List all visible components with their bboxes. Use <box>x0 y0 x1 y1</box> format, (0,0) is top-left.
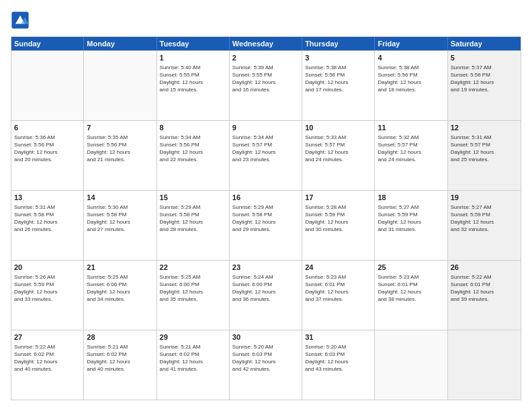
day-cell-16: 16Sunrise: 5:29 AMSunset: 5:58 PMDayligh… <box>230 191 302 260</box>
day-number: 16 <box>232 193 299 203</box>
empty-cell <box>84 51 157 120</box>
day-info: Sunrise: 5:29 AMSunset: 5:58 PMDaylight:… <box>160 203 226 234</box>
day-number: 10 <box>305 123 371 133</box>
day-number: 3 <box>305 53 371 63</box>
day-number: 27 <box>14 332 81 342</box>
day-cell-12: 12Sunrise: 5:31 AMSunset: 5:57 PMDayligh… <box>448 121 521 190</box>
day-number: 4 <box>378 53 444 63</box>
day-cell-2: 2Sunrise: 5:39 AMSunset: 5:55 PMDaylight… <box>230 51 302 120</box>
day-info: Sunrise: 5:31 AMSunset: 5:57 PMDaylight:… <box>451 134 518 164</box>
day-cell-18: 18Sunrise: 5:27 AMSunset: 5:59 PMDayligh… <box>375 191 447 260</box>
calendar: SundayMondayTuesdayWednesdayThursdayFrid… <box>11 36 521 400</box>
day-cell-31: 31Sunrise: 5:20 AMSunset: 6:03 PMDayligh… <box>302 330 375 400</box>
day-info: Sunrise: 5:33 AMSunset: 5:57 PMDaylight:… <box>305 134 371 164</box>
day-info: Sunrise: 5:23 AMSunset: 6:01 PMDaylight:… <box>378 273 444 304</box>
day-cell-10: 10Sunrise: 5:33 AMSunset: 5:57 PMDayligh… <box>302 121 375 190</box>
day-cell-26: 26Sunrise: 5:22 AMSunset: 6:01 PMDayligh… <box>448 261 521 330</box>
calendar-row-4: 27Sunrise: 5:22 AMSunset: 6:02 PMDayligh… <box>11 330 521 400</box>
day-number: 5 <box>451 53 518 63</box>
calendar-row-1: 6Sunrise: 5:36 AMSunset: 5:56 PMDaylight… <box>11 120 521 190</box>
day-info: Sunrise: 5:35 AMSunset: 5:56 PMDaylight:… <box>87 134 153 164</box>
empty-cell <box>448 330 521 400</box>
day-number: 9 <box>232 123 299 133</box>
day-info: Sunrise: 5:34 AMSunset: 5:57 PMDaylight:… <box>232 134 299 164</box>
day-cell-22: 22Sunrise: 5:25 AMSunset: 6:00 PMDayligh… <box>157 261 230 330</box>
day-number: 13 <box>14 193 81 203</box>
day-number: 8 <box>160 123 226 133</box>
empty-cell <box>11 51 84 120</box>
day-number: 12 <box>451 123 518 133</box>
day-number: 25 <box>378 263 444 273</box>
day-info: Sunrise: 5:37 AMSunset: 5:56 PMDaylight:… <box>451 64 518 94</box>
day-number: 28 <box>87 332 153 342</box>
day-info: Sunrise: 5:25 AMSunset: 6:00 PMDaylight:… <box>160 273 226 304</box>
day-number: 31 <box>305 332 371 342</box>
weekday-header-monday: Monday <box>84 37 157 50</box>
day-number: 1 <box>160 53 226 63</box>
day-cell-15: 15Sunrise: 5:29 AMSunset: 5:58 PMDayligh… <box>157 191 230 260</box>
day-info: Sunrise: 5:24 AMSunset: 6:00 PMDaylight:… <box>232 273 299 304</box>
day-info: Sunrise: 5:38 AMSunset: 5:56 PMDaylight:… <box>305 64 371 94</box>
day-info: Sunrise: 5:39 AMSunset: 5:55 PMDaylight:… <box>232 64 299 94</box>
day-cell-3: 3Sunrise: 5:38 AMSunset: 5:56 PMDaylight… <box>302 51 375 120</box>
empty-cell <box>375 330 447 400</box>
day-info: Sunrise: 5:22 AMSunset: 6:02 PMDaylight:… <box>14 343 81 373</box>
day-info: Sunrise: 5:34 AMSunset: 5:56 PMDaylight:… <box>160 134 226 164</box>
day-cell-7: 7Sunrise: 5:35 AMSunset: 5:56 PMDaylight… <box>84 121 157 190</box>
day-info: Sunrise: 5:20 AMSunset: 6:03 PMDaylight:… <box>305 343 371 373</box>
calendar-row-3: 20Sunrise: 5:26 AMSunset: 5:59 PMDayligh… <box>11 260 521 330</box>
header <box>11 11 521 30</box>
day-info: Sunrise: 5:21 AMSunset: 6:02 PMDaylight:… <box>160 343 226 373</box>
page: SundayMondayTuesdayWednesdayThursdayFrid… <box>0 0 532 411</box>
day-info: Sunrise: 5:26 AMSunset: 5:59 PMDaylight:… <box>14 273 81 304</box>
day-number: 24 <box>305 263 371 273</box>
calendar-header: SundayMondayTuesdayWednesdayThursdayFrid… <box>11 37 521 50</box>
day-number: 17 <box>305 193 371 203</box>
day-number: 19 <box>451 193 518 203</box>
day-number: 22 <box>160 263 226 273</box>
day-info: Sunrise: 5:28 AMSunset: 5:59 PMDaylight:… <box>305 203 371 234</box>
day-number: 21 <box>87 263 153 273</box>
day-number: 11 <box>378 123 444 133</box>
day-info: Sunrise: 5:23 AMSunset: 6:01 PMDaylight:… <box>305 273 371 304</box>
day-info: Sunrise: 5:29 AMSunset: 5:58 PMDaylight:… <box>232 203 299 234</box>
day-cell-21: 21Sunrise: 5:25 AMSunset: 6:00 PMDayligh… <box>84 261 157 330</box>
day-cell-19: 19Sunrise: 5:27 AMSunset: 5:59 PMDayligh… <box>448 191 521 260</box>
calendar-row-0: 1Sunrise: 5:40 AMSunset: 5:55 PMDaylight… <box>11 50 521 120</box>
day-info: Sunrise: 5:31 AMSunset: 5:58 PMDaylight:… <box>14 203 81 234</box>
day-info: Sunrise: 5:30 AMSunset: 5:58 PMDaylight:… <box>87 203 153 234</box>
day-number: 23 <box>232 263 299 273</box>
weekday-header-sunday: Sunday <box>11 37 84 50</box>
day-info: Sunrise: 5:32 AMSunset: 5:57 PMDaylight:… <box>378 134 444 164</box>
weekday-header-friday: Friday <box>375 37 447 50</box>
day-cell-8: 8Sunrise: 5:34 AMSunset: 5:56 PMDaylight… <box>157 121 230 190</box>
day-cell-24: 24Sunrise: 5:23 AMSunset: 6:01 PMDayligh… <box>302 261 375 330</box>
day-number: 20 <box>14 263 81 273</box>
day-number: 30 <box>232 332 299 342</box>
day-cell-5: 5Sunrise: 5:37 AMSunset: 5:56 PMDaylight… <box>448 51 521 120</box>
day-cell-30: 30Sunrise: 5:20 AMSunset: 6:03 PMDayligh… <box>230 330 302 400</box>
day-info: Sunrise: 5:20 AMSunset: 6:03 PMDaylight:… <box>232 343 299 373</box>
day-number: 26 <box>451 263 518 273</box>
day-number: 18 <box>378 193 444 203</box>
day-cell-4: 4Sunrise: 5:38 AMSunset: 5:56 PMDaylight… <box>375 51 447 120</box>
day-cell-28: 28Sunrise: 5:21 AMSunset: 6:02 PMDayligh… <box>84 330 157 400</box>
day-info: Sunrise: 5:22 AMSunset: 6:01 PMDaylight:… <box>451 273 518 304</box>
weekday-header-wednesday: Wednesday <box>230 37 302 50</box>
logo-icon <box>11 11 30 30</box>
day-cell-13: 13Sunrise: 5:31 AMSunset: 5:58 PMDayligh… <box>11 191 84 260</box>
day-info: Sunrise: 5:38 AMSunset: 5:56 PMDaylight:… <box>378 64 444 94</box>
day-cell-6: 6Sunrise: 5:36 AMSunset: 5:56 PMDaylight… <box>11 121 84 190</box>
calendar-body: 1Sunrise: 5:40 AMSunset: 5:55 PMDaylight… <box>11 50 521 400</box>
day-info: Sunrise: 5:27 AMSunset: 5:59 PMDaylight:… <box>378 203 444 234</box>
day-cell-23: 23Sunrise: 5:24 AMSunset: 6:00 PMDayligh… <box>230 261 302 330</box>
day-number: 15 <box>160 193 226 203</box>
day-number: 2 <box>232 53 299 63</box>
day-info: Sunrise: 5:25 AMSunset: 6:00 PMDaylight:… <box>87 273 153 304</box>
day-number: 29 <box>160 332 226 342</box>
day-info: Sunrise: 5:36 AMSunset: 5:56 PMDaylight:… <box>14 134 81 164</box>
day-info: Sunrise: 5:40 AMSunset: 5:55 PMDaylight:… <box>160 64 226 94</box>
weekday-header-saturday: Saturday <box>448 37 521 50</box>
day-cell-29: 29Sunrise: 5:21 AMSunset: 6:02 PMDayligh… <box>157 330 230 400</box>
day-info: Sunrise: 5:27 AMSunset: 5:59 PMDaylight:… <box>451 203 518 234</box>
